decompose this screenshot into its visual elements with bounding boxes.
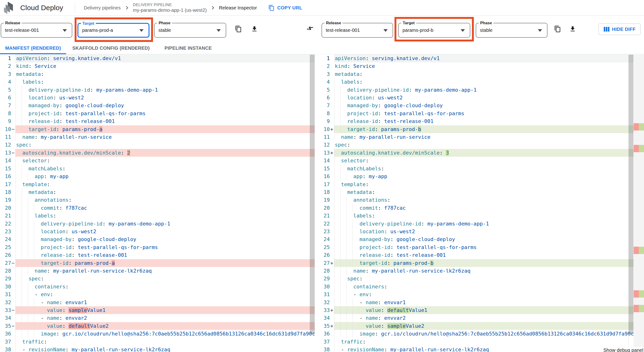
line-number: 24 bbox=[316, 235, 334, 243]
code-line: 36 image: gcr.io/cloudrun/hello@sha256:7… bbox=[316, 330, 644, 338]
code-line: 38 - revisionName: my-parallel-run-servi… bbox=[0, 346, 315, 352]
code-line: 11 name: my-parallel-run-service bbox=[0, 133, 315, 141]
code-line: 28 name: my-parallel-run-service-lk2r6za… bbox=[0, 267, 315, 275]
code-line: 22 delivery-pipeline-id: my-params-demo-… bbox=[0, 220, 315, 228]
copy-manifest-button-right[interactable] bbox=[554, 25, 562, 33]
target-select-right[interactable]: Target params-prod-b bbox=[398, 23, 470, 38]
diff-editor-original[interactable]: 1 apiVersion: serving.knative.dev/v12 ki… bbox=[0, 55, 315, 352]
line-number: 21 bbox=[316, 212, 334, 220]
cloud-deploy-logo-icon bbox=[4, 2, 14, 14]
hide-diff-button[interactable]: HIDE DIFF bbox=[598, 23, 641, 35]
line-number: 9 bbox=[316, 117, 334, 125]
line-number: 7 bbox=[0, 102, 15, 109]
code-line: 9 release-id: test-release-001 bbox=[0, 117, 315, 125]
code-line: 1 apiVersion: serving.knative.dev/v1 bbox=[0, 55, 315, 62]
diff-overview-ruler[interactable] bbox=[634, 55, 644, 348]
show-debug-panel-label[interactable]: Show debug panel bbox=[603, 347, 643, 352]
line-number: 12 bbox=[0, 141, 15, 149]
hide-diff-label: HIDE DIFF bbox=[612, 27, 636, 32]
ruler-removed-mark bbox=[634, 247, 639, 254]
release-select-right[interactable]: Release test-release-001 bbox=[322, 23, 393, 38]
tab-bar: MANIFEST (RENDERED)SKAFFOLD CONFIG (REND… bbox=[0, 42, 644, 54]
line-number: 24 bbox=[0, 235, 15, 243]
tab-pipeline-instance[interactable]: PIPELINE INSTANCE bbox=[156, 42, 220, 54]
ruler-removed-mark bbox=[634, 123, 639, 131]
line-number: 36 bbox=[0, 330, 15, 338]
tab-manifest-rendered[interactable]: MANIFEST (RENDERED) bbox=[0, 42, 66, 54]
scrollbar-thumb-left[interactable] bbox=[310, 55, 315, 334]
code-line: 2 kind: Service bbox=[316, 62, 644, 70]
line-number: 29 bbox=[316, 275, 334, 282]
code-line: 34 - name: envvar2 bbox=[316, 314, 644, 322]
target-select-left[interactable]: Target params-prod-a bbox=[78, 23, 150, 38]
dropdown-arrow-icon bbox=[216, 29, 221, 32]
scrollbar-thumb-right[interactable] bbox=[628, 55, 634, 334]
code-line: 18 metadata: bbox=[316, 188, 644, 196]
code-line: 33+ value: defaultValue1 bbox=[316, 306, 644, 314]
line-number: 13+ bbox=[316, 149, 334, 157]
line-number: 30 bbox=[0, 283, 15, 290]
line-number: 22 bbox=[316, 220, 334, 228]
code-line: 31 - env: bbox=[316, 290, 644, 298]
code-line: 30 containers: bbox=[316, 283, 644, 290]
line-number: 3 bbox=[316, 70, 334, 78]
phase-select-left[interactable]: Phase stable bbox=[154, 23, 226, 38]
phase-value-right: stable bbox=[480, 28, 492, 33]
copy-manifest-button-left[interactable] bbox=[234, 25, 242, 33]
code-line: 24 managed-by: google-cloud-deploy bbox=[0, 235, 315, 243]
line-number: 4 bbox=[0, 78, 15, 86]
breadcrumb-pipeline[interactable]: DELIVERY PIPELINE my-params-demo-app-1 (… bbox=[133, 2, 207, 13]
line-number: 27+ bbox=[316, 259, 334, 267]
line-number: 14 bbox=[0, 157, 15, 164]
code-line: 3 metadata: bbox=[316, 70, 644, 78]
swap-targets-icon[interactable] bbox=[306, 24, 314, 32]
code-line: 27+ target-id: params-prod-b bbox=[316, 259, 644, 267]
debug-panel-toggle[interactable]: Show debug panel bbox=[600, 347, 644, 352]
line-number: 1 bbox=[0, 55, 15, 62]
line-number: 38 bbox=[316, 346, 334, 352]
toolbar: Release test-release-001 Target params-p… bbox=[0, 16, 644, 42]
code-line: 25 project-id: test-parallel-qs-for-parm… bbox=[316, 243, 644, 251]
diff-editor-modified[interactable]: 1 apiVersion: serving.knative.dev/v12 ki… bbox=[316, 55, 644, 352]
line-number: 30 bbox=[316, 283, 334, 290]
code-line: 23 location: us-west2 bbox=[0, 228, 315, 235]
line-number: 15 bbox=[316, 165, 334, 172]
code-line: 8 project-id: test-parallel-qs-for-parms bbox=[0, 110, 315, 117]
chevron-right-icon bbox=[210, 5, 216, 11]
copy-url-button[interactable]: COPY URL bbox=[268, 0, 302, 16]
target-value-left: params-prod-a bbox=[82, 28, 113, 33]
ruler-added-mark bbox=[639, 145, 644, 152]
code-line: 16 app: my-app bbox=[0, 172, 315, 180]
release-value-left: test-release-001 bbox=[5, 28, 39, 33]
line-number: 11 bbox=[316, 133, 334, 141]
line-number: 20 bbox=[0, 204, 15, 212]
line-number: 31 bbox=[316, 290, 334, 298]
breadcrumb-delivery-pipelines[interactable]: Delivery pipelines bbox=[84, 5, 121, 11]
line-number: 27− bbox=[0, 259, 15, 267]
release-select-left[interactable]: Release test-release-001 bbox=[1, 23, 72, 38]
line-number: 21 bbox=[0, 212, 15, 220]
line-number: 10− bbox=[0, 125, 15, 133]
line-number: 1 bbox=[316, 55, 334, 62]
breadcrumb-entity-type: DELIVERY PIPELINE bbox=[133, 2, 207, 7]
code-line: 6 location: us-west2 bbox=[0, 94, 315, 102]
code-line: 2 kind: Service bbox=[0, 62, 315, 70]
dropdown-arrow-icon bbox=[538, 29, 542, 32]
code-line: 27− target-id: params-prod-a bbox=[0, 259, 315, 267]
phase-select-right[interactable]: Phase stable bbox=[476, 23, 548, 38]
chevron-right-icon bbox=[124, 5, 130, 11]
line-number: 18 bbox=[0, 188, 15, 196]
code-line: 37 traffic: bbox=[316, 338, 644, 346]
code-line: 3 metadata: bbox=[0, 70, 315, 78]
download-manifest-button-right[interactable] bbox=[569, 25, 577, 33]
tab-skaffold-config-rendered[interactable]: SKAFFOLD CONFIG (RENDERED) bbox=[66, 42, 156, 54]
code-line: 26 release-id: test-release-001 bbox=[0, 251, 315, 259]
release-label-left: Release bbox=[4, 21, 22, 26]
download-manifest-button-left[interactable] bbox=[250, 25, 258, 33]
line-number: 3 bbox=[0, 70, 15, 78]
ruler-added-mark bbox=[639, 247, 644, 254]
manifest-diff-view: 1 apiVersion: serving.knative.dev/v12 ki… bbox=[0, 55, 644, 352]
code-line: 7 managed-by: google-cloud-deploy bbox=[316, 102, 644, 109]
code-line: 22 delivery-pipeline-id: my-params-demo-… bbox=[316, 220, 644, 228]
breadcrumb: Delivery pipelines DELIVERY PIPELINE my-… bbox=[84, 0, 257, 16]
